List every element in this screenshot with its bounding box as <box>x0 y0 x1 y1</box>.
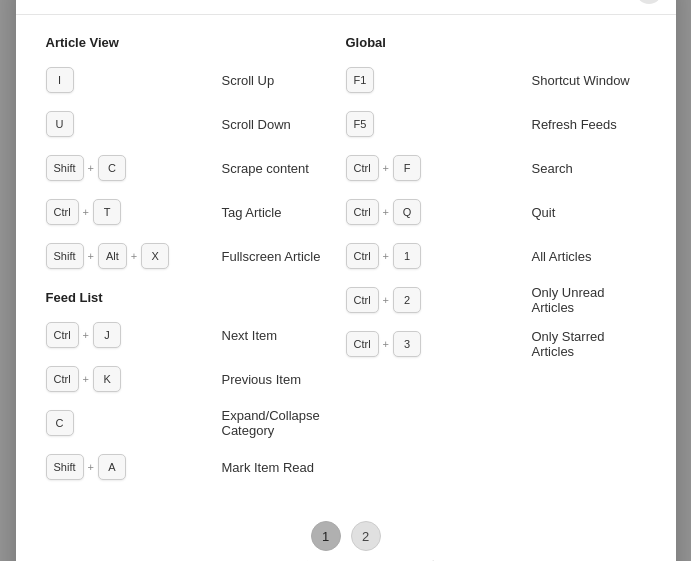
feed-list-title: Feed List <box>46 290 346 305</box>
key-ctrl: Ctrl <box>346 199 379 225</box>
keys-group: Ctrl + T <box>46 199 216 225</box>
shortcut-label: Refresh Feeds <box>532 117 617 132</box>
key-ctrl: Ctrl <box>46 322 79 348</box>
shortcut-row: Ctrl + J Next Item <box>46 319 346 351</box>
global-title: Global <box>346 35 646 50</box>
left-column: Article View I Scroll Up U Scroll Down S… <box>46 35 346 495</box>
key-u: U <box>46 111 74 137</box>
key-q: Q <box>393 199 421 225</box>
shortcut-row: Ctrl + T Tag Article <box>46 196 346 228</box>
key-shift: Shift <box>46 243 84 269</box>
plus-sign: + <box>88 461 94 473</box>
article-view-title: Article View <box>46 35 346 50</box>
keys-group: Ctrl + F <box>346 155 526 181</box>
plus-sign: + <box>383 206 389 218</box>
keys-group: Ctrl + 2 <box>346 287 526 313</box>
keys-group: F1 <box>346 67 526 93</box>
plus-sign: + <box>131 250 137 262</box>
shortcut-row: Ctrl + Q Quit <box>346 196 646 228</box>
key-ctrl: Ctrl <box>346 243 379 269</box>
keys-group: U <box>46 111 216 137</box>
plus-sign: + <box>383 338 389 350</box>
shortcut-row: Ctrl + K Previous Item <box>46 363 346 395</box>
key-3: 3 <box>393 331 421 357</box>
plus-sign: + <box>83 206 89 218</box>
shortcut-row: Shift + A Mark Item Read <box>46 451 346 483</box>
shortcut-label: Scroll Down <box>222 117 291 132</box>
shortcut-label: Tag Article <box>222 205 282 220</box>
keys-group: Ctrl + 1 <box>346 243 526 269</box>
shortcut-label: Only Starred Articles <box>532 329 646 359</box>
close-button[interactable]: × <box>636 0 662 4</box>
plus-sign: + <box>83 329 89 341</box>
right-column: Global F1 Shortcut Window F5 Refresh Fee… <box>346 35 646 495</box>
keys-group: Ctrl + 3 <box>346 331 526 357</box>
keys-group: Shift + A <box>46 454 216 480</box>
shortcut-modal: ショートカット × Article View I Scroll Up U Scr… <box>16 0 676 561</box>
shortcut-label: Scrape content <box>222 161 309 176</box>
keys-group: Shift + C <box>46 155 216 181</box>
shortcut-row: Shift + Alt + X Fullscreen Article <box>46 240 346 272</box>
key-1: 1 <box>393 243 421 269</box>
shortcut-label: Mark Item Read <box>222 460 314 475</box>
key-t: T <box>93 199 121 225</box>
page-2-button[interactable]: 2 <box>351 521 381 551</box>
plus-sign: + <box>88 250 94 262</box>
keys-group: C <box>46 410 216 436</box>
shortcut-row: C Expand/Collapse Category <box>46 407 346 439</box>
shortcut-label: Shortcut Window <box>532 73 630 88</box>
shortcut-label: Expand/Collapse Category <box>222 408 346 438</box>
plus-sign: + <box>383 162 389 174</box>
keys-group: F5 <box>346 111 526 137</box>
key-f: F <box>393 155 421 181</box>
shortcut-label: Next Item <box>222 328 278 343</box>
plus-sign: + <box>83 373 89 385</box>
key-ctrl: Ctrl <box>346 155 379 181</box>
modal-body: Article View I Scroll Up U Scroll Down S… <box>16 15 676 505</box>
modal-header: ショートカット × <box>16 0 676 15</box>
key-f1: F1 <box>346 67 375 93</box>
key-alt: Alt <box>98 243 127 269</box>
shortcut-row: Shift + C Scrape content <box>46 152 346 184</box>
shortcut-row: Ctrl + 2 Only Unread Articles <box>346 284 646 316</box>
key-c: C <box>98 155 126 181</box>
key-ctrl: Ctrl <box>46 366 79 392</box>
shortcut-label: Previous Item <box>222 372 301 387</box>
plus-sign: + <box>383 250 389 262</box>
key-ctrl: Ctrl <box>346 287 379 313</box>
shortcut-row: Ctrl + 1 All Articles <box>346 240 646 272</box>
keys-group: I <box>46 67 216 93</box>
plus-sign: + <box>88 162 94 174</box>
key-f5: F5 <box>346 111 375 137</box>
key-j: J <box>93 322 121 348</box>
keys-group: Shift + Alt + X <box>46 243 216 269</box>
shortcut-label: Scroll Up <box>222 73 275 88</box>
search-icon <box>36 0 52 1</box>
key-k: K <box>93 366 121 392</box>
shortcut-row: Ctrl + F Search <box>346 152 646 184</box>
key-a: A <box>98 454 126 480</box>
shortcut-label: Fullscreen Article <box>222 249 321 264</box>
key-c: C <box>46 410 74 436</box>
shortcut-label: Quit <box>532 205 556 220</box>
plus-sign: + <box>383 294 389 306</box>
key-x: X <box>141 243 169 269</box>
shortcut-label: Search <box>532 161 573 176</box>
keys-group: Ctrl + Q <box>346 199 526 225</box>
key-2: 2 <box>393 287 421 313</box>
key-shift: Shift <box>46 155 84 181</box>
shortcut-row: U Scroll Down <box>46 108 346 140</box>
keys-group: Ctrl + K <box>46 366 216 392</box>
shortcut-row: F1 Shortcut Window <box>346 64 646 96</box>
keys-group: Ctrl + J <box>46 322 216 348</box>
shortcut-row: F5 Refresh Feeds <box>346 108 646 140</box>
shortcut-row: I Scroll Up <box>46 64 346 96</box>
shortcut-label: All Articles <box>532 249 592 264</box>
key-i: I <box>46 67 74 93</box>
key-shift: Shift <box>46 454 84 480</box>
page-1-button[interactable]: 1 <box>311 521 341 551</box>
key-ctrl: Ctrl <box>346 331 379 357</box>
shortcut-label: Only Unread Articles <box>532 285 646 315</box>
pagination: 1 2 <box>16 521 676 551</box>
shortcut-row: Ctrl + 3 Only Starred Articles <box>346 328 646 360</box>
